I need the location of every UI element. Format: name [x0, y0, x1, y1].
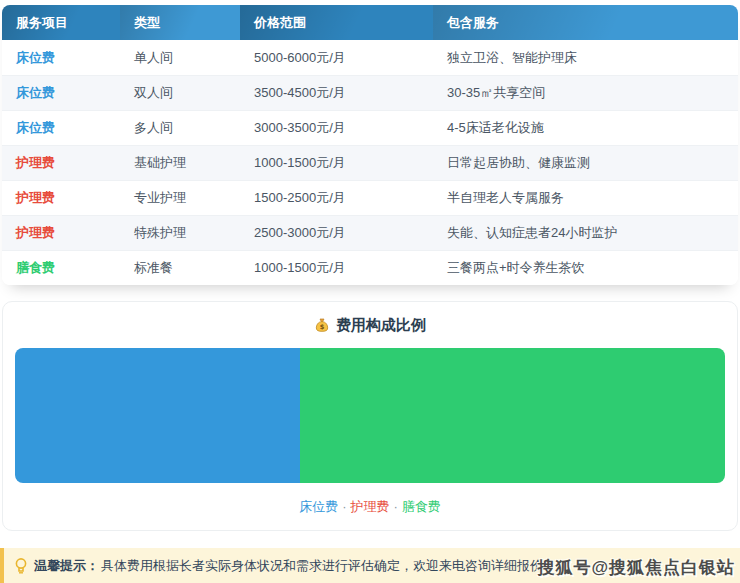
table-row: 床位费 单人间 5000-6000元/月 独立卫浴、智能护理床 [2, 40, 738, 75]
cell-type: 专业护理 [120, 189, 240, 207]
header-included-services: 包含服务 [433, 5, 738, 40]
legend-item-膳食费: 膳食费 [402, 499, 441, 514]
svg-text:$: $ [320, 323, 325, 331]
legend-separator: · [338, 499, 350, 514]
cell-type: 单人间 [120, 49, 240, 67]
legend-item-床位费: 床位费 [299, 499, 338, 514]
cell-category: 床位费 [2, 84, 120, 102]
cell-category: 床位费 [2, 119, 120, 137]
table-body: 床位费 单人间 5000-6000元/月 独立卫浴、智能护理床 床位费 双人间 … [2, 40, 738, 285]
cell-type: 基础护理 [120, 154, 240, 172]
cell-category: 护理费 [2, 224, 120, 242]
legend-item-护理费: 护理费 [351, 499, 390, 514]
cell-type: 特殊护理 [120, 224, 240, 242]
money-bag-icon: $ [314, 317, 330, 333]
page: 服务项目 类型 价格范围 包含服务 床位费 单人间 5000-6000元/月 独… [0, 5, 740, 583]
chart-title-text: 费用构成比例 [336, 316, 426, 335]
table-row: 床位费 多人间 3000-3500元/月 4-5床适老化设施 [2, 110, 738, 145]
header-type: 类型 [120, 5, 240, 40]
legend-separator: · [390, 499, 402, 514]
table-row: 护理费 基础护理 1000-1500元/月 日常起居协助、健康监测 [2, 145, 738, 180]
cell-price: 5000-6000元/月 [240, 49, 433, 67]
notice-text: 具体费用根据长者实际身体状况和需求进行评估确定，欢迎来电咨询详细报价。 [101, 557, 556, 575]
lightbulb-icon [14, 557, 28, 575]
cell-price: 1000-1500元/月 [240, 154, 433, 172]
cell-services: 4-5床适老化设施 [433, 119, 738, 137]
cell-type: 双人间 [120, 84, 240, 102]
notice-label: 温馨提示： [34, 557, 99, 575]
chart-title: $ 费用构成比例 [15, 315, 725, 335]
table-row: 床位费 双人间 3500-4500元/月 30-35㎡共享空间 [2, 75, 738, 110]
cell-price: 1500-2500元/月 [240, 189, 433, 207]
cell-services: 半自理老人专属服务 [433, 189, 738, 207]
header-price-range: 价格范围 [240, 5, 433, 40]
cell-category: 膳食费 [2, 259, 120, 277]
cell-services: 三餐两点+时令养生茶饮 [433, 259, 738, 277]
stacked-bar-chart [15, 348, 725, 483]
table-header-row: 服务项目 类型 价格范围 包含服务 [2, 5, 738, 40]
pricing-table: 服务项目 类型 价格范围 包含服务 床位费 单人间 5000-6000元/月 独… [2, 5, 738, 285]
table-row: 护理费 特殊护理 2500-3000元/月 失能、认知症患者24小时监护 [2, 215, 738, 250]
notice-bar: 温馨提示： 具体费用根据长者实际身体状况和需求进行评估确定，欢迎来电咨询详细报价… [0, 548, 740, 583]
cell-type: 标准餐 [120, 259, 240, 277]
cell-category: 床位费 [2, 49, 120, 67]
cell-price: 1000-1500元/月 [240, 259, 433, 277]
cell-services: 独立卫浴、智能护理床 [433, 49, 738, 67]
cell-price: 2500-3000元/月 [240, 224, 433, 242]
header-service-item: 服务项目 [2, 5, 120, 40]
bar-segment-膳食费 [300, 348, 725, 483]
table-row: 护理费 专业护理 1500-2500元/月 半自理老人专属服务 [2, 180, 738, 215]
cell-services: 日常起居协助、健康监测 [433, 154, 738, 172]
cell-category: 护理费 [2, 154, 120, 172]
cell-type: 多人间 [120, 119, 240, 137]
watermark: 搜狐号@搜狐焦点白银站 [537, 556, 735, 579]
cell-category: 护理费 [2, 189, 120, 207]
bar-segment-床位费 [15, 348, 300, 483]
table-row: 膳食费 标准餐 1000-1500元/月 三餐两点+时令养生茶饮 [2, 250, 738, 285]
cell-price: 3500-4500元/月 [240, 84, 433, 102]
cost-composition-card: $ 费用构成比例 床位费·护理费·膳食费 [2, 301, 738, 531]
cell-price: 3000-3500元/月 [240, 119, 433, 137]
cell-services: 失能、认知症患者24小时监护 [433, 224, 738, 242]
cell-services: 30-35㎡共享空间 [433, 84, 738, 102]
chart-legend: 床位费·护理费·膳食费 [15, 498, 725, 516]
